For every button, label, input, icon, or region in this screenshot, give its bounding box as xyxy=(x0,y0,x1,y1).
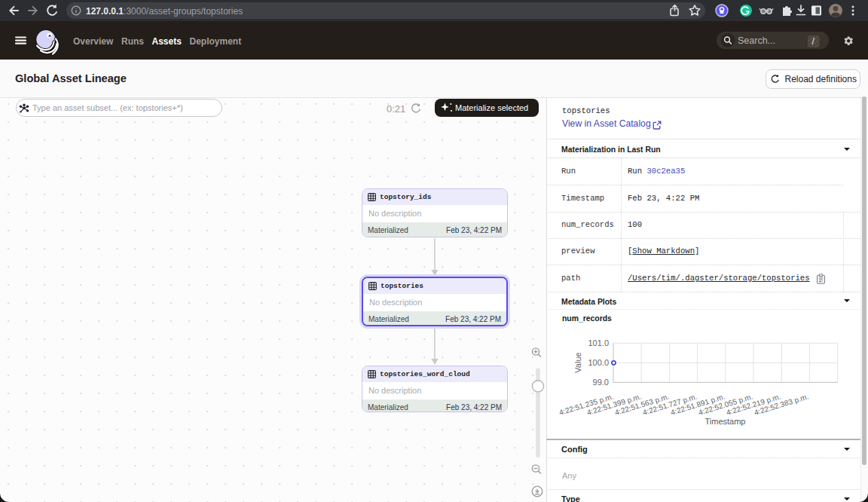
svg-text:100.0: 100.0 xyxy=(588,358,609,367)
svg-text:Timestamp: Timestamp xyxy=(705,417,746,426)
svg-text:99.0: 99.0 xyxy=(593,378,609,387)
svg-text:Search...: Search... xyxy=(738,35,775,46)
svg-text:Assets: Assets xyxy=(152,36,182,47)
svg-text:Value: Value xyxy=(573,352,582,372)
svg-text:Deployment: Deployment xyxy=(190,36,242,47)
svg-text:Runs: Runs xyxy=(121,36,144,47)
svg-text:Overview: Overview xyxy=(73,36,114,47)
svg-text:Reload definitions: Reload definitions xyxy=(785,74,857,84)
svg-text:101.0: 101.0 xyxy=(588,338,609,347)
